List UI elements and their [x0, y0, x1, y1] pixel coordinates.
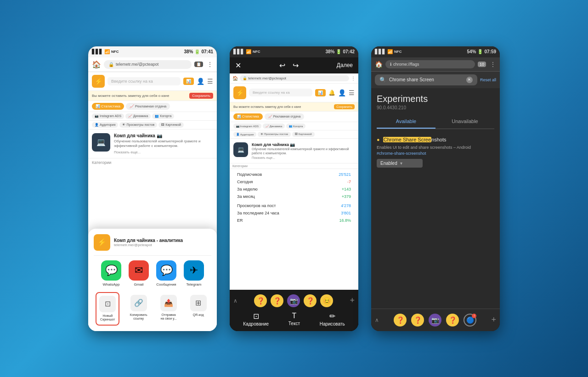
qr-code-action[interactable]: ⊞ QR-код: [187, 292, 209, 326]
sub-tab-images-1[interactable]: 🖼 Картинкой: [158, 122, 184, 128]
wifi-icon-1: 📶: [104, 49, 110, 54]
battery-icon-1: 🔋: [194, 49, 200, 54]
mini-chart-2: 📊: [315, 89, 326, 96]
back-btn-2[interactable]: ↩: [279, 61, 285, 70]
signal-icon-2: ▋▋▋: [233, 49, 244, 54]
dark-url-bar-3[interactable]: ℹ chrome://flags: [385, 60, 475, 68]
battery-icon-3: 🔋: [477, 49, 483, 54]
tab-count-1[interactable]: 📋: [194, 62, 203, 67]
send-devices-icon: 📤: [160, 295, 177, 311]
tab-statistics-1[interactable]: 📊 Статистика: [92, 103, 124, 110]
dark-app-3[interactable]: 📷: [429, 314, 441, 326]
chevron-up-2[interactable]: ∧: [233, 298, 237, 304]
new-screenshot-action[interactable]: ⊡ НовыйСкриншот: [96, 292, 119, 326]
tab-available-3[interactable]: Available: [377, 115, 435, 129]
browser-bar-1[interactable]: 🏠 🔒 telemetr.me/@pcteapot 📋 ⋮: [88, 57, 217, 72]
dark-app-row-3: ∧ ❓ ❓ 📷 ❓ 🔵 ! +: [375, 312, 496, 328]
text-icon: T: [292, 312, 297, 320]
share-app-telegram[interactable]: ✈ Telegram: [184, 260, 204, 287]
app-icon-4[interactable]: ❓: [304, 294, 317, 307]
dark-app-1[interactable]: ❓: [394, 314, 407, 326]
app-icon-2[interactable]: ❓: [271, 294, 283, 307]
dark-plus-3[interactable]: +: [491, 315, 496, 325]
dark-browser-bar-3: 🏠 ℹ chrome://flags 10 ⋮: [371, 57, 500, 72]
share-url-1: telemetr.me/@pcteapot: [114, 243, 183, 247]
home-icon-1[interactable]: 🏠: [92, 60, 101, 69]
telemetr-header-1: ⚡ Введите ссылку на ка 📊 👤 ☰: [88, 72, 217, 91]
share-app-gmail[interactable]: ✉ Gmail: [129, 260, 149, 287]
save-notice-btn-1[interactable]: Сохранить: [189, 93, 213, 99]
nfc-icon-2: NFC: [253, 50, 260, 54]
phone2-content: ✕ ↩ ↪ Далее 🏠 🔒 telemetr.me/@pcteapot: [230, 57, 358, 331]
status-left-1: ▋▋▋ 📶 NFC: [92, 49, 119, 54]
sub-tab-dynamics-1[interactable]: 📈 Динамика: [125, 113, 151, 119]
wifi-icon-2: 📶: [246, 49, 251, 54]
share-actions-row-1: ⊡ НовыйСкриншот 🔗 Копироватьссылку 📤 Отп…: [94, 292, 211, 326]
app-icon-3[interactable]: 📷: [287, 294, 300, 307]
dark-app-2[interactable]: ❓: [411, 314, 424, 326]
sub-tab-instagram-1[interactable]: 📷 Instagram ADS: [92, 113, 124, 119]
dark-app-5[interactable]: 🔵 !: [464, 314, 476, 326]
stats-section-2: Подписчиков 25'521 Сегодня -7 За неделю …: [230, 169, 358, 226]
flag-dropdown-1[interactable]: Enabled ▾: [377, 159, 423, 168]
reset-all-btn-3[interactable]: Reset all: [480, 78, 496, 82]
dark-home-3[interactable]: 🏠: [375, 61, 383, 68]
app-icon-1[interactable]: ❓: [254, 294, 267, 307]
time-3: 07:59: [484, 49, 496, 54]
flag-desc-1: Enables UI to edit and share screenshots…: [377, 145, 494, 151]
sub-tab-cohort-1[interactable]: 👥 Когорта: [152, 113, 174, 119]
battery-pct-3: 54%: [467, 49, 476, 54]
dark-bottom-bar-3: ∧ ❓ ❓ 📷 ❓ 🔵 ! +: [371, 309, 500, 331]
menu-dots-1[interactable]: ⋮: [207, 61, 213, 68]
screenshot-inner-2: 🏠 🔒 telemetr.me/@pcteapot ⋮ ⚡ Введите сс…: [230, 73, 358, 290]
app-icons-row-2: ❓ ❓ 📷 ❓ 😊: [254, 294, 333, 307]
notice-text-1: Вы можете оставить заметку для себя о ка…: [92, 94, 169, 98]
hamburger-btn-1[interactable]: ☰: [207, 78, 213, 85]
edit-tools-2: ⊡ Кадрование T Текст ✏ Нарисовать: [233, 309, 355, 328]
clear-search-3[interactable]: ✕: [466, 77, 473, 83]
sub-tab-audience-1[interactable]: 👤 Аудитория: [92, 122, 118, 128]
flag-name-highlight-1: Chrome Share Scree: [383, 137, 431, 142]
show-more-1[interactable]: Показать еще...: [114, 150, 213, 154]
user-btn-1[interactable]: 👤: [197, 78, 204, 85]
dark-app-4[interactable]: ❓: [446, 314, 459, 326]
chart-btn-1[interactable]: 📊: [183, 78, 194, 85]
mini-logo-2: ⚡: [233, 86, 246, 99]
mini-nav-tabs-2: 📊 Статистика 📈 Рекламная отдача: [230, 112, 358, 122]
tab-ads-1[interactable]: 📈 Рекламная отдача: [126, 103, 170, 110]
share-title-1: Комп для чайника - аналитика: [114, 238, 183, 243]
qr-icon: ⊞: [190, 295, 207, 311]
tab-unavailable-3[interactable]: Unavailable: [435, 115, 494, 129]
dark-chevron-3[interactable]: ∧: [375, 317, 379, 323]
gmail-icon: ✉: [129, 260, 149, 281]
plus-btn-2[interactable]: +: [350, 296, 355, 305]
flags-search-input-3[interactable]: 🔍 Chrome share Screen ✕: [375, 74, 477, 85]
crop-tool[interactable]: ⊡ Кадрование: [243, 312, 269, 326]
search-input-1[interactable]: Введите ссылку на ка: [107, 77, 181, 85]
share-app-icon-1: ⚡: [94, 234, 110, 251]
send-devices-action[interactable]: 📤 Отправкана свои у...: [158, 292, 180, 326]
forward-btn-2[interactable]: ↪: [293, 61, 299, 70]
flag-link-1[interactable]: #chrome-share-screenshot: [377, 151, 494, 156]
next-btn-2[interactable]: Далее: [337, 62, 353, 68]
copy-link-action[interactable]: 🔗 Копироватьссылку: [127, 292, 150, 326]
battery-pct-2: 38%: [325, 49, 334, 54]
bottom-bar-2: ∧ ❓ ❓ 📷 ❓ 😊 + ⊡ Кадрование: [230, 290, 358, 331]
status-bar-3: ▋▋▋ 📶 NFC 54% 🔋 07:59: [371, 46, 500, 57]
dark-tab-count-3[interactable]: 10: [478, 62, 486, 67]
url-text-1: telemetr.me/@pcteapot: [116, 62, 158, 67]
draw-tool[interactable]: ✏ Нарисовать: [320, 312, 345, 326]
share-app-messages[interactable]: 💬 Сообщения: [156, 260, 176, 287]
app-icon-5-active[interactable]: 😊: [320, 294, 333, 307]
sub-tab-views-1[interactable]: 👁 Просмотры постов: [119, 122, 157, 128]
whatsapp-icon: 💬: [101, 260, 121, 281]
close-btn-2[interactable]: ✕: [235, 61, 241, 70]
phone3-content: 🏠 ℹ chrome://flags 10 ⋮ 🔍 Chrome share S…: [371, 57, 500, 331]
url-text-3: chrome://flags: [393, 62, 419, 67]
url-bar-1[interactable]: 🔒 telemetr.me/@pcteapot: [104, 60, 192, 69]
mini-channel-2: 💻 Комп для чайника 📷 Обучение пользовате…: [230, 139, 358, 163]
share-app-whatsapp[interactable]: 💬 WhatsApp: [101, 260, 121, 287]
channel-info-1: Комп для чайника 📷 Обучение пользователе…: [114, 133, 213, 155]
text-tool[interactable]: T Текст: [288, 312, 300, 326]
dark-menu-3[interactable]: ⋮: [490, 61, 496, 68]
